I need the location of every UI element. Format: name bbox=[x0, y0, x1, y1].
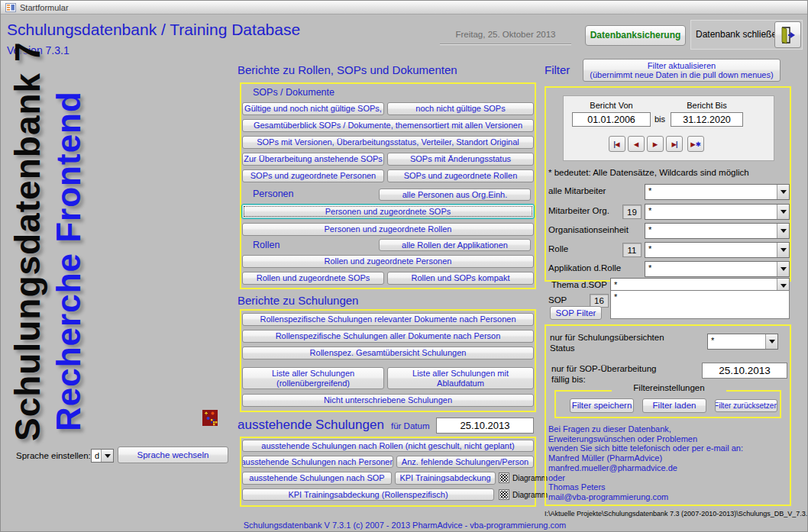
date-underline bbox=[440, 44, 571, 44]
filter-row-label: Applikation d.Rolle bbox=[548, 263, 621, 272]
filter-row-label: Thema d.SOP bbox=[551, 280, 607, 289]
language-value: d bbox=[95, 451, 99, 460]
training-report-button[interactable]: Rollenspezifische Schulungen relevanter … bbox=[242, 313, 534, 326]
nav-bar-glyph: | bbox=[676, 140, 677, 148]
pending-report-button[interactable]: ausstehende Schulungen nach Rollen (nich… bbox=[242, 440, 534, 452]
report-button[interactable]: Gesamtüberblick SOPs / Dokumente, themen… bbox=[242, 119, 534, 132]
sop-filter-button[interactable]: SOP Filter bbox=[550, 306, 602, 320]
chevron-down-icon[interactable] bbox=[777, 185, 789, 199]
contact-line: wenden Sie sich bitte telefonisch oder p… bbox=[548, 443, 743, 453]
diagram-label: Diagramm bbox=[512, 491, 548, 499]
training-report-button[interactable]: Nicht unterschriebene Schulungen bbox=[242, 394, 534, 407]
report-button[interactable]: SOPs und zugeordnete Personen bbox=[242, 169, 384, 182]
report-button[interactable]: Rollen und SOPs kompakt bbox=[387, 272, 534, 285]
status-filter-label-line2: Status bbox=[550, 343, 575, 353]
filter-reset-button[interactable]: Filter zurücksetzen bbox=[715, 399, 777, 412]
diagram-pattern-icon[interactable] bbox=[499, 472, 509, 483]
chevron-down-icon[interactable] bbox=[777, 262, 789, 276]
pending-report-button[interactable]: ausstehende Schulungen nach Personen bbox=[242, 456, 393, 468]
pending-report-button[interactable]: KPI Trainingsabdeckung bbox=[395, 472, 496, 485]
filter-load-button[interactable]: Filter laden bbox=[642, 398, 706, 413]
form-icon bbox=[5, 3, 16, 12]
nav-first-button[interactable]: |◀ bbox=[609, 136, 625, 152]
chevron-down-icon[interactable] bbox=[777, 205, 789, 219]
footer-credit: Schulungsdatenbank V 7.3.1 (c) 2007 - 20… bbox=[214, 521, 596, 530]
training-report-button[interactable]: Rollenspezifische Schulungen aller Dokum… bbox=[242, 330, 534, 343]
report-button[interactable]: Gültige und noch nicht gültige SOPs, bbox=[242, 102, 384, 115]
report-button[interactable]: alle Personen aus Org.Einh. bbox=[379, 189, 531, 201]
sop-filter-field[interactable]: * bbox=[610, 290, 790, 319]
chart-icon bbox=[202, 410, 218, 426]
diagram-pattern-icon[interactable] bbox=[499, 489, 509, 500]
pending-report-button[interactable]: Anz. fehlende Schulungen/Person bbox=[396, 456, 534, 468]
filter-count-box: 11 bbox=[622, 243, 642, 257]
page-title: Schulungsdatenbank / Training Database bbox=[7, 21, 300, 39]
nav-last-button[interactable]: ▶| bbox=[666, 136, 683, 152]
filter-heading: Filter bbox=[545, 63, 570, 76]
pending-report-button[interactable]: ausstehende Schulungen nach SOP bbox=[242, 472, 392, 485]
report-button[interactable]: Rollen und zugeordnete SOPs bbox=[242, 272, 384, 285]
combo-value: * bbox=[648, 206, 651, 215]
report-to-field[interactable]: 31.12.2020 bbox=[671, 112, 743, 127]
due-filter-label-line1: nur für SOP-Überarbeitung bbox=[551, 364, 656, 373]
status-filter-combo[interactable]: * bbox=[707, 334, 778, 350]
report-from-field[interactable]: 01.01.2006 bbox=[572, 112, 651, 127]
report-button[interactable]: SOPs mit Änderungsstatus bbox=[387, 153, 534, 166]
report-button[interactable]: Personen und zugeordnete Rollen bbox=[242, 223, 534, 236]
training-report-button[interactable]: Rollenspez. Gesamtübersicht Schulungen bbox=[242, 347, 534, 360]
nav-new-button[interactable]: ▶✱ bbox=[687, 136, 704, 152]
chevron-down-icon[interactable] bbox=[777, 243, 789, 257]
due-date-field[interactable]: 25.10.2013 bbox=[702, 363, 787, 379]
pending-report-button[interactable]: KPI Trainingsabdeckung (Rollenspezifisch… bbox=[242, 488, 494, 501]
diagram-label: Diagramm bbox=[512, 474, 548, 482]
report-button[interactable]: alle Rollen der Applikationen bbox=[379, 239, 531, 251]
nav-left-glyph: ◀ bbox=[634, 140, 639, 148]
contact-line: oder bbox=[548, 473, 743, 483]
combo-value: * bbox=[648, 244, 651, 253]
report-button-focused[interactable]: Personen und zugeordnete SOPs bbox=[241, 204, 535, 219]
sops-group-label: SOPs / Dokumente bbox=[253, 87, 335, 98]
training-report-button[interactable]: Liste aller Schulungen (rollenübergreife… bbox=[242, 367, 384, 389]
report-to-label: Bericht Bis bbox=[671, 101, 743, 110]
report-button[interactable]: Rollen und zugeordnete Personen bbox=[242, 255, 534, 268]
contact-line: mail@vba-programmierung.com bbox=[548, 492, 743, 502]
filter-refresh-button[interactable]: Filter aktualisieren (übernimmt neue Dat… bbox=[583, 59, 781, 82]
switch-language-button[interactable]: Sprache wechseln bbox=[118, 447, 228, 463]
combo-value: * bbox=[648, 263, 651, 272]
contact-line: Thomas Peters bbox=[548, 482, 743, 492]
report-button[interactable]: noch nicht gültige SOPs bbox=[387, 102, 534, 115]
reports-heading: Berichte zu Rollen, SOPs und Dokumenten bbox=[238, 63, 457, 76]
nav-prev-button[interactable]: ◀ bbox=[628, 136, 645, 152]
language-select[interactable]: d bbox=[91, 449, 114, 463]
chevron-down-icon[interactable] bbox=[765, 334, 777, 349]
language-label: Sprache einstellen: bbox=[16, 451, 91, 460]
close-database-label: Datenbank schließen bbox=[696, 29, 782, 40]
chevron-down-icon[interactable] bbox=[777, 224, 789, 238]
combo-value: * bbox=[648, 225, 651, 234]
report-from-label: Bericht Von bbox=[572, 101, 651, 110]
window-title: Startformular bbox=[20, 3, 69, 12]
filter-combo-organisationseinheit[interactable]: * bbox=[645, 223, 790, 239]
filter-combo-mitarbeiter[interactable]: * bbox=[645, 184, 790, 200]
filter-combo-rolle[interactable]: * bbox=[645, 242, 790, 258]
database-backup-button[interactable]: Datenbanksicherung bbox=[585, 25, 686, 46]
report-button[interactable]: SOPs mit Versionen, Überarbeitungsstatus… bbox=[242, 136, 534, 149]
nav-right-glyph: ▶ bbox=[653, 140, 658, 148]
trainings-heading: Berichte zu Schulungen bbox=[238, 294, 358, 307]
training-report-button[interactable]: Liste aller Schulungen mit Ablaufdatum bbox=[387, 367, 534, 389]
pending-date-field[interactable]: 25.10.2013 bbox=[436, 418, 534, 434]
nav-next-button[interactable]: ▶ bbox=[647, 136, 664, 152]
combo-value: * bbox=[711, 336, 714, 345]
status-filter-label-line1: nur für Schulungsübersichten bbox=[550, 333, 664, 342]
startformular-window: { "window": { "titlebar": "Startformular… bbox=[0, 0, 808, 532]
report-button[interactable]: Zur Überarbeitung anstehende SOPs bbox=[242, 153, 384, 166]
nav-left-glyph: ◀ bbox=[615, 140, 620, 148]
filter-save-button[interactable]: Filter speichern bbox=[570, 398, 634, 413]
chevron-down-icon[interactable] bbox=[101, 450, 113, 462]
personen-group-label: Personen bbox=[253, 189, 294, 199]
combo-value: * bbox=[614, 280, 617, 289]
report-button[interactable]: SOPs und zugeordnete Rollen bbox=[387, 169, 534, 182]
filter-combo-mitarbeiter-org[interactable]: * bbox=[645, 204, 790, 220]
filter-combo-applikation[interactable]: * bbox=[645, 261, 790, 277]
close-database-button[interactable] bbox=[774, 21, 801, 48]
